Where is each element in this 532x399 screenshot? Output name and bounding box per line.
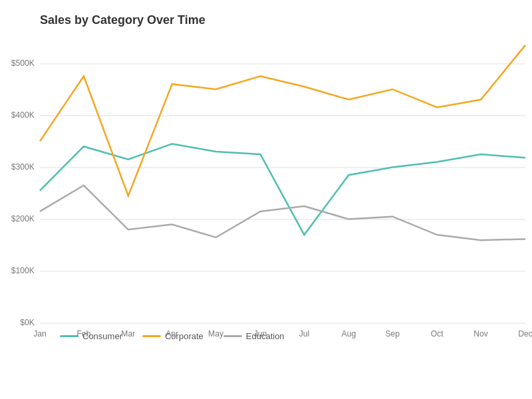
chart-svg: $500K $400K $300K $200K $100K $0K Jan Fe… xyxy=(40,37,525,323)
x-label-jan: Jan xyxy=(33,329,47,338)
x-label-mar: Mar xyxy=(121,329,135,338)
chart-area: $500K $400K $300K $200K $100K $0K Jan Fe… xyxy=(40,37,525,323)
x-label-sep: Sep xyxy=(385,329,400,338)
x-label-nov: Nov xyxy=(473,329,488,338)
legend-corporate-line xyxy=(142,335,161,337)
y-label-300k: $300K xyxy=(11,162,35,172)
legend-consumer-line xyxy=(60,335,78,337)
x-label-aug: Aug xyxy=(342,329,356,338)
x-label-jun: Jun xyxy=(254,329,267,338)
x-label-dec: Dec xyxy=(518,329,532,338)
y-label-100k: $100K xyxy=(11,266,35,275)
chart-container: Sales by Category Over Time $500K $400K … xyxy=(0,0,532,399)
x-label-apr: Apr xyxy=(166,329,178,338)
x-label-oct: Oct xyxy=(431,329,444,338)
legend-consumer: Consumer xyxy=(60,331,122,341)
x-label-jul: Jul xyxy=(299,329,310,338)
y-label-200k: $200K xyxy=(11,214,35,223)
y-label-0k: $0K xyxy=(20,318,35,327)
y-label-400k: $400K xyxy=(11,110,35,120)
x-label-may: May xyxy=(208,329,224,338)
x-label-feb: Feb xyxy=(76,329,90,338)
corporate-line xyxy=(40,45,525,196)
consumer-line xyxy=(40,144,525,235)
y-label-500k: $500K xyxy=(11,59,35,68)
legend-education-line xyxy=(223,335,242,337)
chart-title: Sales by Category Over Time xyxy=(40,13,525,27)
